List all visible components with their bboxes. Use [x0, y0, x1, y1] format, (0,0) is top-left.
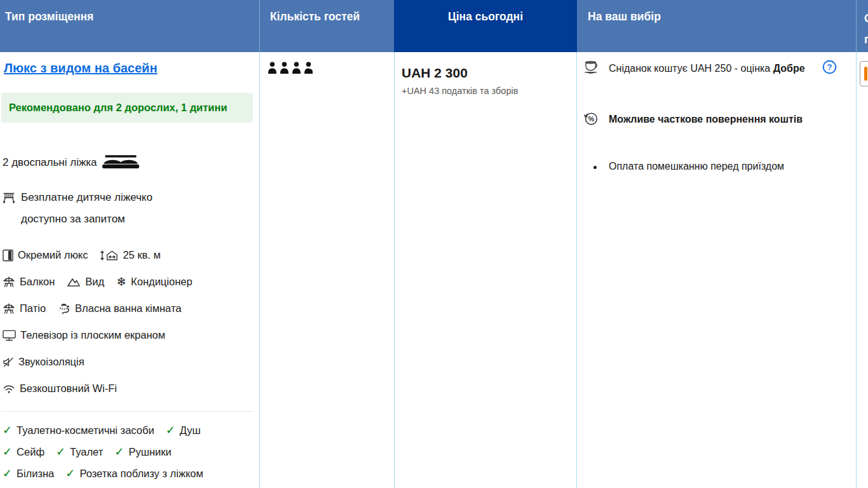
amenities-list: ✓ Туалетно-косметичні засоби ✓ Душ ✓ Сей… — [3, 419, 259, 484]
guest-capacity — [267, 62, 314, 74]
check-icon: ✓ — [166, 423, 175, 437]
crib-info-label: Безплатне дитяче ліжечко доступно за зап… — [21, 187, 200, 230]
door-icon — [3, 249, 13, 262]
check-icon: ✓ — [3, 423, 12, 437]
muted-speaker-icon — [3, 357, 14, 367]
crib-icon — [3, 191, 15, 230]
breakfast-cup-icon — [584, 60, 601, 74]
price-amount: UAH 2 300 — [402, 65, 468, 81]
bed-info: 2 двоспальні ліжка — [3, 155, 139, 170]
feature-ac: ❄ Кондиціонер — [116, 276, 192, 288]
balcony-icon — [3, 276, 15, 288]
header-select-rooms: Оберіть помешкання — [856, 0, 868, 52]
breakfast-info: Сніданок коштує UAH 250 - оцінка Добре — [609, 58, 822, 79]
column-divider — [576, 52, 577, 488]
feature-tv: Телевізор із плоским екраном — [3, 329, 165, 341]
check-icon: ✓ — [3, 445, 12, 459]
snowflake-icon: ❄ — [116, 276, 126, 288]
guest-icon — [267, 62, 278, 74]
feature-soundproofing: Звукоізоляція — [3, 356, 85, 368]
partial-refund-text: Можливе часткове повернення коштів — [609, 109, 818, 130]
guest-icon — [291, 62, 302, 74]
feature-wifi: Безкоштовний Wi-Fi — [3, 383, 117, 395]
svg-text:?: ? — [827, 62, 832, 72]
check-icon: ✓ — [3, 466, 12, 480]
svg-text:%: % — [588, 115, 595, 123]
help-question-icon[interactable]: ? — [822, 60, 837, 74]
feature-size: 25 кв. м — [100, 249, 160, 262]
check-icon: ✓ — [56, 445, 65, 459]
breakfast-info-text: Сніданок коштує UAH 250 - оцінка — [609, 63, 770, 74]
amenity-item: ✓ Душ — [166, 423, 201, 437]
price-taxes-note: +UAH 43 податків та зборів — [402, 86, 518, 96]
wifi-icon — [3, 384, 15, 394]
shower-icon — [58, 302, 71, 315]
feature-view: Вид — [67, 276, 104, 288]
patio-icon — [3, 302, 15, 315]
bullet-dot — [593, 166, 597, 169]
tv-icon — [3, 330, 16, 341]
breakfast-rating: Добре — [773, 63, 805, 74]
column-divider — [394, 52, 395, 488]
header-your-choices: На ваш вибір — [577, 0, 856, 52]
header-accommodation-type: Тип розміщення — [0, 0, 259, 52]
mountain-view-icon — [67, 277, 81, 287]
feature-suite: Окремий люкс — [3, 249, 88, 262]
crib-info: Безплатне дитяче ліжечко доступно за зап… — [3, 187, 200, 230]
check-icon: ✓ — [114, 445, 124, 459]
table-header: Тип розміщення Кількість гостей Ціна сьо… — [0, 0, 868, 52]
payment-before-arrival-text: Оплата помешканню перед приїздом — [609, 161, 784, 172]
header-price-today: Ціна сьогодні — [394, 0, 577, 52]
room-size-icon — [100, 249, 118, 262]
room-features: Окремий люкс 25 кв. м — [3, 247, 258, 407]
feature-balcony: Балкон — [3, 276, 55, 288]
amenity-item: ✓ Рушники — [114, 445, 171, 459]
feature-patio: Патіо — [3, 302, 46, 315]
bed-info-label: 2 двоспальні ліжка — [3, 156, 97, 169]
feature-private-bathroom: Власна ванна кімната — [58, 302, 181, 315]
amenity-item: ✓ Сейф — [3, 445, 44, 459]
recommendation-badge: Рекомендовано для 2 дорослих, 1 дитини — [1, 93, 253, 123]
guest-icon — [279, 62, 290, 74]
check-icon: ✓ — [65, 466, 75, 480]
amenity-item: ✓ Туалетно-косметичні засоби — [3, 423, 154, 437]
rooms-select[interactable] — [860, 61, 868, 86]
amenity-item: ✓ Розетка поблизу з ліжком — [65, 466, 203, 480]
header-guest-count: Кількість гостей — [259, 0, 394, 52]
guest-icon — [303, 62, 314, 74]
room-table: Тип розміщення Кількість гостей Ціна сьо… — [0, 0, 868, 488]
partial-refund-icon: % — [583, 111, 599, 126]
rooms-select-value-fragment — [864, 67, 867, 81]
double-bed-icon — [102, 155, 139, 170]
section-divider — [1, 411, 253, 412]
amenity-item: ✓ Білизна — [3, 466, 54, 480]
room-name-link[interactable]: Люкс з видом на басейн — [4, 61, 157, 76]
amenity-item: ✓ Туалет — [56, 445, 103, 459]
column-divider — [856, 52, 857, 488]
column-divider — [259, 52, 260, 488]
